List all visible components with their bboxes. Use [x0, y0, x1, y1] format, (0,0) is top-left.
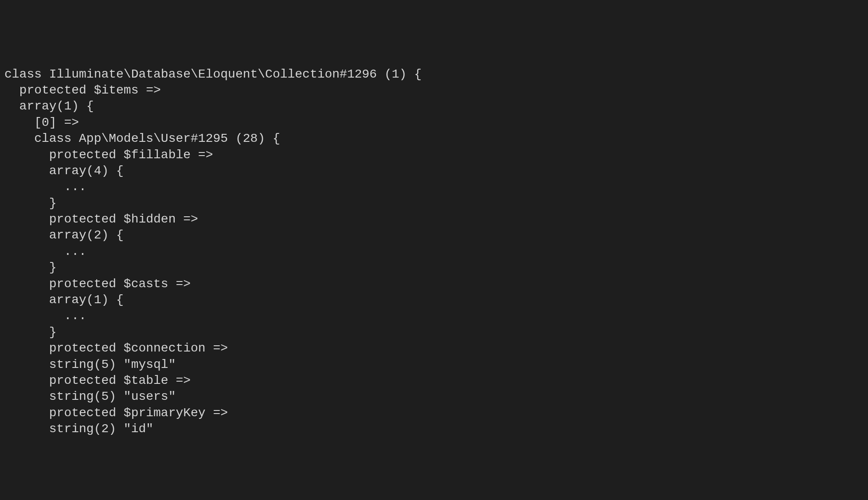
code-line: array(1) {: [4, 98, 864, 114]
code-line: ...: [4, 244, 864, 260]
code-line: protected $hidden =>: [4, 211, 864, 227]
code-line: string(5) "users": [4, 389, 864, 405]
code-line: class App\Models\User#1295 (28) {: [4, 131, 864, 147]
code-line: }: [4, 324, 864, 340]
code-line: class Illuminate\Database\Eloquent\Colle…: [4, 66, 864, 82]
code-line: array(1) {: [4, 292, 864, 308]
code-line: protected $table =>: [4, 373, 864, 389]
code-line: protected $casts =>: [4, 276, 864, 292]
code-line: protected $connection =>: [4, 340, 864, 356]
code-dump-output: class Illuminate\Database\Eloquent\Colle…: [4, 66, 864, 438]
code-line: }: [4, 260, 864, 276]
code-line: ...: [4, 179, 864, 195]
code-line: [0] =>: [4, 115, 864, 131]
code-line: protected $items =>: [4, 82, 864, 98]
code-line: array(4) {: [4, 163, 864, 179]
code-line: array(2) {: [4, 227, 864, 243]
code-line: protected $primaryKey =>: [4, 405, 864, 421]
code-line: }: [4, 195, 864, 211]
code-line: ...: [4, 308, 864, 324]
code-line: string(5) "mysql": [4, 357, 864, 373]
code-line: protected $fillable =>: [4, 147, 864, 163]
code-line: string(2) "id": [4, 421, 864, 437]
